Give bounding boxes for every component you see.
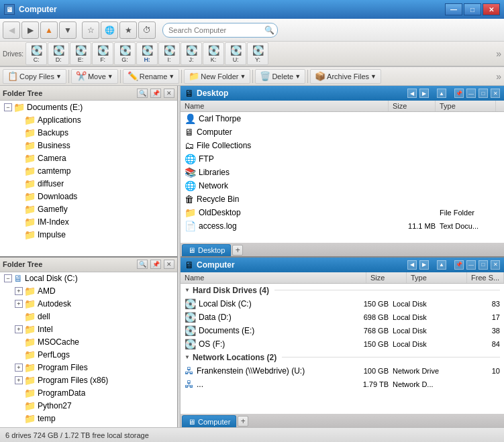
ribbon-more-button[interactable]: » [496,48,501,59]
file-row-network[interactable]: 🌐 Network [181,179,504,192]
pane-pin-btn[interactable]: 📌 [454,89,464,98]
drive-k-button[interactable]: 💽K: [203,42,224,65]
drive-row-u[interactable]: 🖧 Frankenstein (\\Webdrive) (U:) 100 GB … [181,364,504,378]
tree-item-camera[interactable]: 📁 Camera [0,152,177,164]
network-section-header[interactable]: ▼ Network Locations (2) [181,351,504,364]
file-row-file-collections[interactable]: 🗂 File Collections [181,139,504,152]
copy-files-button[interactable]: 📋 Copy Files ▼ [3,69,66,84]
top-tree-close-btn[interactable]: ✕ [164,89,174,98]
search-input[interactable] [162,23,278,38]
delete-button[interactable]: 🗑️ Delete ▼ [255,69,305,84]
cpane-min-btn[interactable]: — [466,260,476,270]
drive-row-f[interactable]: 💽 OS (F:) 150 GB Local Disk 84 [181,337,504,351]
file-row-libraries[interactable]: 📚 Libraries [181,166,504,179]
tree-item-program-files-x86[interactable]: + 📁 Program Files (x86) [0,374,177,387]
drive-y-button[interactable]: 💽Y: [247,42,268,65]
drive-row-e[interactable]: 💽 Documents (E:) 768 GB Local Disk 38 [181,324,504,337]
drive-h-button[interactable]: 💽H: [136,42,158,65]
top-tree-search-btn[interactable]: 🔍 [137,89,148,98]
drive-row-d[interactable]: 💽 Data (D:) 698 GB Local Disk 17 [181,311,504,324]
action-bar-more-button[interactable]: » [496,71,501,82]
tree-item-dell[interactable]: 📁 dell [0,311,177,323]
bottom-tree-pin-btn[interactable]: 📌 [150,260,161,269]
tree-item-impulse[interactable]: 📁 Impulse [0,228,177,241]
close-button[interactable]: ✕ [483,3,500,15]
tree-item-intel[interactable]: + 📁 Intel [0,323,177,336]
archive-button[interactable]: 📦 Archive Files ▼ [310,69,381,84]
tree-root-local-disk[interactable]: − 🖥 Local Disk (C:) [0,272,177,285]
recent-button[interactable]: ▼ [59,21,77,39]
col-free[interactable]: Free S... [467,272,504,283]
pane-max-btn[interactable]: □ [478,89,488,98]
back-button[interactable]: ◀ [3,21,20,39]
tree-item-gamefly[interactable]: 📁 Gamefly [0,203,177,215]
tree-root-docs[interactable]: − 📁 Documents (E:) [0,101,177,113]
search-button[interactable]: 🔍 [263,24,275,36]
drive-e-button[interactable]: 💽E: [70,42,91,65]
tree-item-imindex[interactable]: 📁 IM-Index [0,215,177,228]
col-size[interactable]: Size [389,101,436,111]
drive-i-button[interactable]: 💽I: [158,42,180,65]
file-row-access-log[interactable]: 📄 access.log 11.1 MB Text Docu... [181,219,504,233]
cpane-close-btn[interactable]: ✕ [491,260,500,270]
drive-d-button[interactable]: 💽D: [48,42,69,65]
bottom-tree-close-btn[interactable]: ✕ [164,260,174,269]
file-row-carl-thorpe[interactable]: 👤 Carl Thorpe [181,112,504,125]
top-tree-pin-btn[interactable]: 📌 [150,89,161,98]
expand-amd-btn[interactable]: + [15,287,23,295]
file-row-ftp[interactable]: 🌐 FTP [181,152,504,166]
move-button[interactable]: ✂️ Move ▼ [71,69,118,84]
up-button[interactable]: ▲ [40,21,58,39]
file-row-computer[interactable]: 🖥 Computer [181,125,504,139]
tree-item-business[interactable]: 📁 Business [0,139,177,152]
minimize-button[interactable]: — [445,3,462,15]
pane-close-btn[interactable]: ✕ [491,89,500,98]
expand-local-btn[interactable]: − [4,274,12,282]
computer-tab[interactable]: 🖥 Computer [182,415,236,427]
tree-item-diffuser[interactable]: 📁 diffuser [0,177,177,190]
maximize-button[interactable]: □ [464,3,481,15]
expand-pf-btn[interactable]: + [15,364,23,372]
col-type[interactable]: Type [436,101,496,111]
cpane-up-btn[interactable]: ▲ [437,260,446,270]
tree-item-msocache[interactable]: 📁 MSOCache [0,336,177,349]
tree-item-applications[interactable]: 📁 Applications [0,113,177,126]
tree-item-camtemp[interactable]: 📁 camtemp [0,164,177,177]
cpane-max-btn[interactable]: □ [478,260,488,270]
add-tab-button2[interactable]: + [238,416,248,427]
pane-nav-next[interactable]: ▶ [419,89,429,98]
tree-item-amd[interactable]: + 📁 AMD [0,285,177,298]
cpane-nav-next[interactable]: ▶ [419,260,429,270]
file-row-recycle-bin[interactable]: 🗑 Recycle Bin [181,192,504,206]
forward-button[interactable]: ▶ [21,21,39,39]
drive-row-c[interactable]: 💽 Local Disk (C:) 150 GB Local Disk 83 [181,297,504,311]
tree-item-temp[interactable]: 📁 temp [0,412,177,425]
file-row-old-desktop[interactable]: 📁 OldDesktop File Folder [181,206,504,219]
col-name[interactable]: Name [181,272,366,283]
tree-item-perflogs[interactable]: 📁 PerfLogs [0,349,177,362]
expand-intel-btn[interactable]: + [15,325,23,333]
tree-item-programdata[interactable]: 📁 ProgramData [0,387,177,400]
expand-pfx86-btn[interactable]: + [15,376,23,384]
tree-item-backups[interactable]: 📁 Backups [0,126,177,139]
new-folder-button[interactable]: 📁 New Folder ▼ [184,69,250,84]
col-size[interactable]: Size [366,272,407,283]
tree-item-python27[interactable]: 📁 Python27 [0,400,177,412]
cpane-pin-btn[interactable]: 📌 [454,260,464,270]
expand-docs-btn[interactable]: − [4,103,12,111]
pane-nav-prev[interactable]: ◀ [407,89,417,98]
pane-min-btn[interactable]: — [466,89,476,98]
hdd-section-header[interactable]: ▼ Hard Disk Drives (4) [181,284,504,297]
col-type[interactable]: Type [407,272,467,283]
bottom-tree-search-btn[interactable]: 🔍 [137,260,148,269]
tree-item-autodesk[interactable]: + 📁 Autodesk [0,298,177,311]
tree-item-downloads[interactable]: 📁 Downloads [0,190,177,203]
drive-row-network2[interactable]: 🖧 ... 1.79 TB Network D... [181,378,504,391]
col-name[interactable]: Name [181,101,389,111]
drive-c-button[interactable]: 💽C: [26,42,47,65]
globe-button[interactable]: 🌐 [101,21,118,39]
drive-u-button[interactable]: 💽U: [225,42,246,65]
expand-autodesk-btn[interactable]: + [15,300,23,308]
favorites-star-button[interactable]: ★ [119,21,137,39]
drive-f-button[interactable]: 💽F: [92,42,113,65]
